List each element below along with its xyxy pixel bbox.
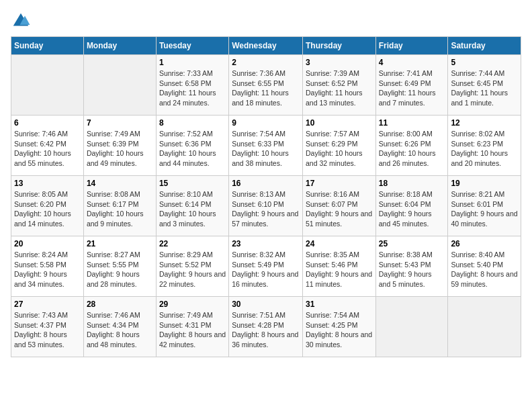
calendar-cell: 29Sunrise: 7:49 AMSunset: 4:31 PMDayligh… <box>156 297 228 357</box>
day-info: Sunrise: 7:43 AMSunset: 4:37 PMDaylight:… <box>14 310 81 350</box>
day-number: 5 <box>451 58 518 67</box>
day-info: Sunrise: 7:54 AMSunset: 6:33 PMDaylight:… <box>232 129 300 169</box>
calendar-cell: 30Sunrise: 7:51 AMSunset: 4:28 PMDayligh… <box>229 297 303 357</box>
calendar-week-row: 27Sunrise: 7:43 AMSunset: 4:37 PMDayligh… <box>11 297 521 357</box>
calendar-cell: 25Sunrise: 8:38 AMSunset: 5:43 PMDayligh… <box>375 236 448 297</box>
day-info: Sunrise: 8:21 AMSunset: 6:01 PMDaylight:… <box>451 189 518 229</box>
day-info: Sunrise: 8:29 AMSunset: 5:52 PMDaylight:… <box>159 250 226 289</box>
day-number: 26 <box>451 239 518 248</box>
header-saturday: Saturday <box>448 37 521 55</box>
day-info: Sunrise: 8:16 AMSunset: 6:07 PMDaylight:… <box>306 189 373 229</box>
day-number: 14 <box>87 179 153 188</box>
day-info: Sunrise: 7:49 AMSunset: 4:31 PMDaylight:… <box>159 310 226 350</box>
day-number: 7 <box>87 118 153 128</box>
calendar-cell: 23Sunrise: 8:32 AMSunset: 5:49 PMDayligh… <box>229 236 303 297</box>
day-number: 17 <box>306 179 373 188</box>
calendar-cell: 21Sunrise: 8:27 AMSunset: 5:55 PMDayligh… <box>83 236 156 297</box>
calendar-cell: 14Sunrise: 8:08 AMSunset: 6:17 PMDayligh… <box>83 176 156 236</box>
day-info: Sunrise: 8:32 AMSunset: 5:49 PMDaylight:… <box>232 250 300 289</box>
calendar-cell <box>375 297 448 357</box>
calendar-cell: 20Sunrise: 8:24 AMSunset: 5:58 PMDayligh… <box>11 236 84 297</box>
calendar-cell: 24Sunrise: 8:35 AMSunset: 5:46 PMDayligh… <box>302 236 375 297</box>
header-friday: Friday <box>375 37 448 55</box>
logo-icon <box>11 11 31 31</box>
day-number: 4 <box>379 58 445 67</box>
day-info: Sunrise: 8:05 AMSunset: 6:20 PMDaylight:… <box>14 189 81 229</box>
day-info: Sunrise: 7:49 AMSunset: 6:39 PMDaylight:… <box>87 129 153 169</box>
calendar-cell: 13Sunrise: 8:05 AMSunset: 6:20 PMDayligh… <box>11 176 84 236</box>
day-info: Sunrise: 7:33 AMSunset: 6:58 PMDaylight:… <box>159 68 226 108</box>
day-number: 3 <box>306 58 373 67</box>
calendar-cell: 22Sunrise: 8:29 AMSunset: 5:52 PMDayligh… <box>156 236 228 297</box>
day-number: 2 <box>232 58 300 67</box>
day-info: Sunrise: 7:39 AMSunset: 6:52 PMDaylight:… <box>306 68 373 108</box>
day-number: 30 <box>232 300 300 309</box>
day-info: Sunrise: 8:18 AMSunset: 6:04 PMDaylight:… <box>379 189 445 229</box>
calendar-cell: 8Sunrise: 7:52 AMSunset: 6:36 PMDaylight… <box>156 116 228 176</box>
calendar-cell: 18Sunrise: 8:18 AMSunset: 6:04 PMDayligh… <box>375 176 448 236</box>
calendar-table: SundayMondayTuesdayWednesdayThursdayFrid… <box>11 36 521 357</box>
day-number: 28 <box>87 300 153 309</box>
calendar-cell: 10Sunrise: 7:57 AMSunset: 6:29 PMDayligh… <box>302 116 375 176</box>
day-number: 11 <box>379 118 445 128</box>
day-number: 12 <box>451 118 518 128</box>
calendar-cell: 16Sunrise: 8:13 AMSunset: 6:10 PMDayligh… <box>229 176 303 236</box>
day-number: 27 <box>14 300 81 309</box>
calendar-header-row: SundayMondayTuesdayWednesdayThursdayFrid… <box>11 37 521 55</box>
calendar-week-row: 20Sunrise: 8:24 AMSunset: 5:58 PMDayligh… <box>11 236 521 297</box>
day-info: Sunrise: 7:46 AMSunset: 6:42 PMDaylight:… <box>14 129 81 169</box>
day-number: 1 <box>159 58 226 67</box>
day-number: 22 <box>159 239 226 248</box>
day-number: 6 <box>14 118 81 128</box>
day-info: Sunrise: 7:54 AMSunset: 4:25 PMDaylight:… <box>306 310 373 350</box>
day-info: Sunrise: 7:44 AMSunset: 6:45 PMDaylight:… <box>451 68 518 108</box>
day-info: Sunrise: 8:00 AMSunset: 6:26 PMDaylight:… <box>379 129 445 169</box>
day-info: Sunrise: 8:40 AMSunset: 5:40 PMDaylight:… <box>451 250 518 289</box>
header-monday: Monday <box>83 37 156 55</box>
calendar-cell <box>83 55 156 116</box>
day-number: 16 <box>232 179 300 188</box>
calendar-week-row: 6Sunrise: 7:46 AMSunset: 6:42 PMDaylight… <box>11 116 521 176</box>
day-number: 25 <box>379 239 445 248</box>
day-number: 29 <box>159 300 226 309</box>
calendar-cell: 17Sunrise: 8:16 AMSunset: 6:07 PMDayligh… <box>302 176 375 236</box>
day-info: Sunrise: 7:57 AMSunset: 6:29 PMDaylight:… <box>306 129 373 169</box>
header-thursday: Thursday <box>302 37 375 55</box>
day-info: Sunrise: 7:52 AMSunset: 6:36 PMDaylight:… <box>159 129 226 169</box>
day-number: 8 <box>159 118 226 128</box>
calendar-cell: 3Sunrise: 7:39 AMSunset: 6:52 PMDaylight… <box>302 55 375 116</box>
day-number: 31 <box>306 300 373 309</box>
calendar-cell: 5Sunrise: 7:44 AMSunset: 6:45 PMDaylight… <box>448 55 521 116</box>
header-wednesday: Wednesday <box>229 37 303 55</box>
day-info: Sunrise: 7:36 AMSunset: 6:55 PMDaylight:… <box>232 68 300 108</box>
day-info: Sunrise: 8:10 AMSunset: 6:14 PMDaylight:… <box>159 189 226 229</box>
calendar-cell: 6Sunrise: 7:46 AMSunset: 6:42 PMDaylight… <box>11 116 84 176</box>
calendar-cell: 11Sunrise: 8:00 AMSunset: 6:26 PMDayligh… <box>375 116 448 176</box>
day-info: Sunrise: 8:38 AMSunset: 5:43 PMDaylight:… <box>379 250 445 289</box>
day-number: 13 <box>14 179 81 188</box>
day-number: 20 <box>14 239 81 248</box>
calendar-week-row: 13Sunrise: 8:05 AMSunset: 6:20 PMDayligh… <box>11 176 521 236</box>
calendar-cell: 19Sunrise: 8:21 AMSunset: 6:01 PMDayligh… <box>448 176 521 236</box>
calendar-cell: 15Sunrise: 8:10 AMSunset: 6:14 PMDayligh… <box>156 176 228 236</box>
day-info: Sunrise: 8:02 AMSunset: 6:23 PMDaylight:… <box>451 129 518 169</box>
calendar-cell: 2Sunrise: 7:36 AMSunset: 6:55 PMDaylight… <box>229 55 303 116</box>
day-info: Sunrise: 7:41 AMSunset: 6:49 PMDaylight:… <box>379 68 445 108</box>
day-info: Sunrise: 7:46 AMSunset: 4:34 PMDaylight:… <box>87 310 153 350</box>
day-number: 18 <box>379 179 445 188</box>
day-info: Sunrise: 8:27 AMSunset: 5:55 PMDaylight:… <box>87 250 153 289</box>
day-number: 9 <box>232 118 300 128</box>
calendar-cell: 1Sunrise: 7:33 AMSunset: 6:58 PMDaylight… <box>156 55 228 116</box>
calendar-cell: 9Sunrise: 7:54 AMSunset: 6:33 PMDaylight… <box>229 116 303 176</box>
day-number: 21 <box>87 239 153 248</box>
calendar-cell: 12Sunrise: 8:02 AMSunset: 6:23 PMDayligh… <box>448 116 521 176</box>
calendar-week-row: 1Sunrise: 7:33 AMSunset: 6:58 PMDaylight… <box>11 55 521 116</box>
day-info: Sunrise: 8:35 AMSunset: 5:46 PMDaylight:… <box>306 250 373 289</box>
calendar-cell: 27Sunrise: 7:43 AMSunset: 4:37 PMDayligh… <box>11 297 84 357</box>
calendar-cell <box>11 55 84 116</box>
day-info: Sunrise: 8:08 AMSunset: 6:17 PMDaylight:… <box>87 189 153 229</box>
logo <box>11 11 32 31</box>
day-number: 24 <box>306 239 373 248</box>
day-info: Sunrise: 8:24 AMSunset: 5:58 PMDaylight:… <box>14 250 81 289</box>
day-info: Sunrise: 8:13 AMSunset: 6:10 PMDaylight:… <box>232 189 300 229</box>
